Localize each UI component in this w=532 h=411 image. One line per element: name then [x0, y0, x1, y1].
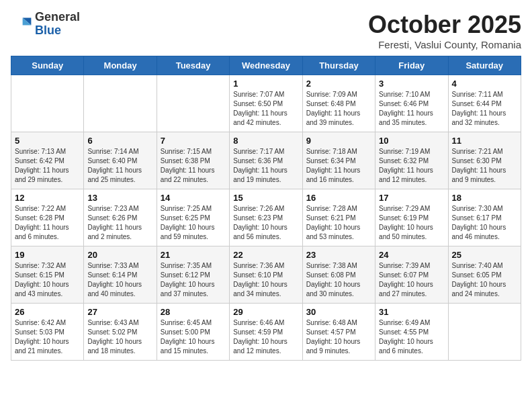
day-info: Sunrise: 7:22 AM Sunset: 6:28 PM Dayligh…	[15, 204, 80, 242]
day-info: Sunrise: 7:13 AM Sunset: 6:42 PM Dayligh…	[15, 147, 80, 185]
calendar-day-cell: 24Sunrise: 7:39 AM Sunset: 6:07 PM Dayli…	[375, 246, 448, 304]
day-number: 9	[306, 136, 371, 146]
calendar-day-cell: 18Sunrise: 7:30 AM Sunset: 6:17 PM Dayli…	[448, 189, 521, 246]
calendar-day-cell: 2Sunrise: 7:09 AM Sunset: 6:48 PM Daylig…	[302, 75, 375, 132]
day-number: 23	[306, 250, 371, 260]
calendar-day-cell: 22Sunrise: 7:36 AM Sunset: 6:10 PM Dayli…	[230, 246, 302, 304]
calendar-day-cell: 6Sunrise: 7:14 AM Sunset: 6:40 PM Daylig…	[84, 132, 157, 189]
day-number: 18	[452, 193, 517, 203]
weekday-header-cell: Sunday	[11, 56, 84, 75]
day-info: Sunrise: 7:35 AM Sunset: 6:12 PM Dayligh…	[161, 261, 226, 299]
day-number: 15	[233, 193, 298, 203]
day-number: 8	[233, 136, 298, 146]
calendar-day-cell: 29Sunrise: 6:46 AM Sunset: 4:59 PM Dayli…	[230, 304, 302, 361]
calendar-day-cell: 20Sunrise: 7:33 AM Sunset: 6:14 PM Dayli…	[84, 246, 157, 304]
day-info: Sunrise: 7:33 AM Sunset: 6:14 PM Dayligh…	[87, 261, 152, 299]
calendar-week-row: 12Sunrise: 7:22 AM Sunset: 6:28 PM Dayli…	[11, 189, 521, 246]
day-number: 6	[87, 136, 152, 146]
day-info: Sunrise: 7:25 AM Sunset: 6:25 PM Dayligh…	[161, 204, 226, 242]
day-number: 14	[161, 193, 226, 203]
calendar-day-cell: 5Sunrise: 7:13 AM Sunset: 6:42 PM Daylig…	[11, 132, 84, 189]
day-info: Sunrise: 7:23 AM Sunset: 6:26 PM Dayligh…	[87, 204, 152, 242]
day-info: Sunrise: 7:36 AM Sunset: 6:10 PM Dayligh…	[233, 261, 298, 299]
calendar-day-cell: 30Sunrise: 6:48 AM Sunset: 4:57 PM Dayli…	[302, 304, 375, 361]
calendar-day-cell: 13Sunrise: 7:23 AM Sunset: 6:26 PM Dayli…	[84, 189, 157, 246]
day-info: Sunrise: 7:21 AM Sunset: 6:30 PM Dayligh…	[452, 147, 517, 185]
month-year-title: October 2025	[368, 11, 521, 39]
day-info: Sunrise: 7:38 AM Sunset: 6:08 PM Dayligh…	[306, 261, 371, 299]
calendar-week-row: 26Sunrise: 6:42 AM Sunset: 5:03 PM Dayli…	[11, 304, 521, 361]
day-info: Sunrise: 7:26 AM Sunset: 6:23 PM Dayligh…	[233, 204, 298, 242]
day-info: Sunrise: 7:40 AM Sunset: 6:05 PM Dayligh…	[452, 261, 517, 299]
weekday-header-cell: Wednesday	[230, 56, 302, 75]
day-number: 22	[233, 250, 298, 260]
calendar-day-cell: 19Sunrise: 7:32 AM Sunset: 6:15 PM Dayli…	[11, 246, 84, 304]
calendar-week-row: 1Sunrise: 7:07 AM Sunset: 6:50 PM Daylig…	[11, 75, 521, 132]
calendar-day-cell: 11Sunrise: 7:21 AM Sunset: 6:30 PM Dayli…	[448, 132, 521, 189]
calendar-day-cell: 27Sunrise: 6:43 AM Sunset: 5:02 PM Dayli…	[84, 304, 157, 361]
logo: General Blue	[11, 11, 80, 38]
day-info: Sunrise: 7:09 AM Sunset: 6:48 PM Dayligh…	[306, 90, 371, 128]
day-number: 12	[15, 193, 80, 203]
weekday-header-cell: Friday	[375, 56, 448, 75]
day-number: 16	[306, 193, 371, 203]
day-info: Sunrise: 7:10 AM Sunset: 6:46 PM Dayligh…	[379, 90, 444, 128]
calendar-day-cell: 12Sunrise: 7:22 AM Sunset: 6:28 PM Dayli…	[11, 189, 84, 246]
title-block: October 2025 Feresti, Vaslui County, Rom…	[368, 11, 521, 50]
calendar-day-cell	[157, 75, 229, 132]
calendar-day-cell: 1Sunrise: 7:07 AM Sunset: 6:50 PM Daylig…	[230, 75, 302, 132]
calendar-week-row: 19Sunrise: 7:32 AM Sunset: 6:15 PM Dayli…	[11, 246, 521, 304]
day-info: Sunrise: 7:18 AM Sunset: 6:34 PM Dayligh…	[306, 147, 371, 185]
day-number: 17	[379, 193, 444, 203]
calendar-day-cell: 21Sunrise: 7:35 AM Sunset: 6:12 PM Dayli…	[157, 246, 229, 304]
calendar-day-cell: 15Sunrise: 7:26 AM Sunset: 6:23 PM Dayli…	[230, 189, 302, 246]
calendar-day-cell: 31Sunrise: 6:49 AM Sunset: 4:55 PM Dayli…	[375, 304, 448, 361]
day-info: Sunrise: 6:43 AM Sunset: 5:02 PM Dayligh…	[87, 318, 152, 356]
day-info: Sunrise: 6:42 AM Sunset: 5:03 PM Dayligh…	[15, 318, 80, 356]
calendar-day-cell: 10Sunrise: 7:19 AM Sunset: 6:32 PM Dayli…	[375, 132, 448, 189]
day-number: 10	[379, 136, 444, 146]
calendar-table: SundayMondayTuesdayWednesdayThursdayFrid…	[11, 56, 521, 361]
weekday-header-cell: Monday	[84, 56, 157, 75]
calendar-day-cell: 14Sunrise: 7:25 AM Sunset: 6:25 PM Dayli…	[157, 189, 229, 246]
calendar-day-cell: 16Sunrise: 7:28 AM Sunset: 6:21 PM Dayli…	[302, 189, 375, 246]
calendar-day-cell: 26Sunrise: 6:42 AM Sunset: 5:03 PM Dayli…	[11, 304, 84, 361]
calendar-day-cell	[84, 75, 157, 132]
day-number: 24	[379, 250, 444, 260]
weekday-header-cell: Tuesday	[157, 56, 229, 75]
day-info: Sunrise: 7:32 AM Sunset: 6:15 PM Dayligh…	[15, 261, 80, 299]
day-info: Sunrise: 6:46 AM Sunset: 4:59 PM Dayligh…	[233, 318, 298, 356]
day-number: 11	[452, 136, 517, 146]
day-number: 28	[161, 307, 226, 317]
day-number: 7	[161, 136, 226, 146]
day-number: 13	[87, 193, 152, 203]
day-number: 30	[306, 307, 371, 317]
day-number: 27	[87, 307, 152, 317]
day-info: Sunrise: 6:45 AM Sunset: 5:00 PM Dayligh…	[161, 318, 226, 356]
calendar-day-cell: 9Sunrise: 7:18 AM Sunset: 6:34 PM Daylig…	[302, 132, 375, 189]
calendar-day-cell	[448, 304, 521, 361]
day-info: Sunrise: 7:19 AM Sunset: 6:32 PM Dayligh…	[379, 147, 444, 185]
calendar-day-cell: 8Sunrise: 7:17 AM Sunset: 6:36 PM Daylig…	[230, 132, 302, 189]
day-info: Sunrise: 6:48 AM Sunset: 4:57 PM Dayligh…	[306, 318, 371, 356]
day-info: Sunrise: 7:15 AM Sunset: 6:38 PM Dayligh…	[161, 147, 226, 185]
logo-blue-text: Blue	[35, 24, 61, 37]
day-info: Sunrise: 7:14 AM Sunset: 6:40 PM Dayligh…	[87, 147, 152, 185]
calendar-week-row: 5Sunrise: 7:13 AM Sunset: 6:42 PM Daylig…	[11, 132, 521, 189]
calendar-body: 1Sunrise: 7:07 AM Sunset: 6:50 PM Daylig…	[11, 75, 521, 361]
day-info: Sunrise: 7:39 AM Sunset: 6:07 PM Dayligh…	[379, 261, 444, 299]
calendar-day-cell: 7Sunrise: 7:15 AM Sunset: 6:38 PM Daylig…	[157, 132, 229, 189]
day-number: 21	[161, 250, 226, 260]
calendar-day-cell: 3Sunrise: 7:10 AM Sunset: 6:46 PM Daylig…	[375, 75, 448, 132]
day-info: Sunrise: 7:17 AM Sunset: 6:36 PM Dayligh…	[233, 147, 298, 185]
calendar-day-cell: 23Sunrise: 7:38 AM Sunset: 6:08 PM Dayli…	[302, 246, 375, 304]
logo-general-text: General	[35, 10, 80, 24]
day-info: Sunrise: 6:49 AM Sunset: 4:55 PM Dayligh…	[379, 318, 444, 356]
weekday-header-row: SundayMondayTuesdayWednesdayThursdayFrid…	[11, 56, 521, 75]
day-info: Sunrise: 7:30 AM Sunset: 6:17 PM Dayligh…	[452, 204, 517, 242]
day-number: 20	[87, 250, 152, 260]
weekday-header-cell: Saturday	[448, 56, 521, 75]
day-info: Sunrise: 7:28 AM Sunset: 6:21 PM Dayligh…	[306, 204, 371, 242]
day-info: Sunrise: 7:07 AM Sunset: 6:50 PM Dayligh…	[233, 90, 298, 128]
weekday-header-cell: Thursday	[302, 56, 375, 75]
